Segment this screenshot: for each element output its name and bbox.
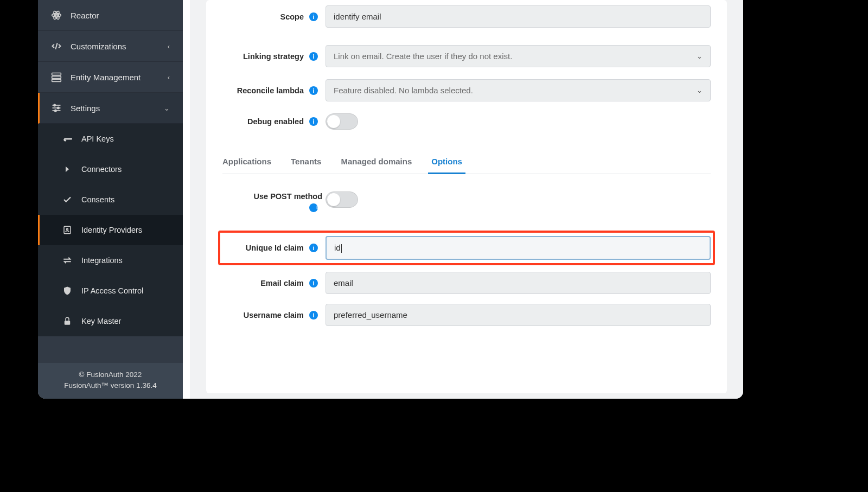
svg-point-0 [55, 14, 57, 16]
chevron-down-icon: ⌄ [697, 52, 703, 60]
reconcile-lambda-select[interactable]: Feature disabled. No lambda selected. ⌄ [326, 79, 711, 101]
svg-point-15 [67, 228, 68, 230]
lock-icon [62, 316, 73, 327]
key-icon [62, 133, 73, 144]
sidebar-subitem-integrations[interactable]: Integrations [38, 245, 183, 276]
sidebar-item-label: IP Access Control [81, 286, 170, 295]
check-icon [62, 194, 73, 205]
debug-enabled-toggle[interactable] [326, 113, 358, 130]
sidebar-item-label: Connectors [81, 165, 170, 174]
sidebar-item-label: Customizations [71, 42, 168, 51]
scope-input[interactable] [326, 5, 711, 28]
code-icon [51, 41, 62, 52]
svg-point-11 [54, 104, 55, 106]
sidebar-subitem-identity-providers[interactable]: Identity Providers [38, 215, 183, 245]
svg-point-13 [55, 110, 56, 111]
exchange-icon [62, 255, 73, 266]
sidebar-item-label: API Keys [81, 135, 170, 143]
tab-applications[interactable]: Applications [222, 151, 271, 174]
reactor-icon [51, 10, 62, 21]
info-icon[interactable]: i [309, 203, 318, 212]
sidebar-item-label: Settings [71, 104, 164, 113]
sidebar-subitem-consents[interactable]: Consents [38, 184, 183, 215]
email-claim-label: Email claim [222, 279, 307, 287]
info-icon[interactable]: i [309, 117, 318, 126]
id-card-icon [62, 225, 73, 235]
footer-version: FusionAuth™ version 1.36.4 [43, 380, 177, 391]
linking-strategy-label: Linking strategy [222, 52, 307, 61]
use-post-method-label: Use POST method [254, 192, 326, 201]
unique-id-claim-input[interactable]: id [326, 236, 711, 260]
info-icon[interactable]: i [309, 279, 318, 287]
sidebar-subitem-connectors[interactable]: Connectors [38, 154, 183, 184]
chevron-left-icon: ‹ [168, 42, 170, 50]
sidebar-item-label: Identity Providers [81, 226, 170, 234]
svg-point-12 [58, 107, 59, 108]
linking-strategy-select[interactable]: Link on email. Create the user if they d… [326, 45, 711, 67]
email-claim-input[interactable] [326, 272, 711, 294]
chevron-right-icon [62, 164, 73, 175]
sidebar-item-label: Entity Management [71, 73, 168, 82]
sidebar-item-reactor[interactable]: Reactor [38, 0, 183, 31]
svg-rect-7 [52, 79, 61, 81]
username-claim-label: Username claim [222, 311, 307, 320]
sidebar-item-settings[interactable]: Settings ⌄ [38, 93, 183, 124]
select-value: Link on email. Create the user if they d… [334, 52, 512, 61]
chevron-left-icon: ‹ [168, 73, 170, 81]
sliders-icon [51, 103, 62, 113]
shield-icon [62, 285, 73, 296]
main-content: Scope i Linking strategy i Link on email… [190, 0, 743, 399]
info-icon[interactable]: i [309, 12, 318, 21]
sidebar-item-label: Reactor [71, 11, 170, 20]
sidebar-footer: © FusionAuth 2022 FusionAuth™ version 1.… [38, 363, 183, 399]
select-value: Feature disabled. No lambda selected. [334, 86, 473, 95]
info-icon[interactable]: i [309, 311, 318, 320]
svg-rect-6 [52, 76, 61, 78]
info-icon[interactable]: i [309, 86, 318, 95]
username-claim-input[interactable] [326, 304, 711, 326]
tabs: Applications Tenants Managed domains Opt… [222, 151, 711, 174]
debug-enabled-label: Debug enabled [222, 117, 307, 126]
info-icon[interactable]: i [309, 244, 318, 252]
reconcile-lambda-label: Reconcile lambda [222, 86, 307, 95]
server-icon [51, 72, 62, 82]
scope-label: Scope [222, 12, 307, 21]
sidebar: Reactor Customizations ‹ Entity Manageme… [38, 0, 183, 399]
svg-rect-5 [52, 73, 61, 75]
sidebar-subitem-api-keys[interactable]: API Keys [38, 124, 183, 154]
sidebar-subitem-ip-access-control[interactable]: IP Access Control [38, 276, 183, 306]
chevron-down-icon: ⌄ [697, 86, 703, 94]
sidebar-item-customizations[interactable]: Customizations ‹ [38, 31, 183, 62]
sidebar-item-label: Consents [81, 195, 170, 204]
sidebar-item-entity-management[interactable]: Entity Management ‹ [38, 62, 183, 93]
sidebar-subitem-key-master[interactable]: Key Master [38, 306, 183, 336]
sidebar-item-label: Key Master [81, 317, 170, 325]
tab-managed-domains[interactable]: Managed domains [341, 151, 412, 174]
chevron-down-icon: ⌄ [164, 104, 170, 112]
footer-copyright: © FusionAuth 2022 [43, 369, 177, 380]
info-icon[interactable]: i [309, 52, 318, 61]
tab-options[interactable]: Options [431, 151, 462, 174]
svg-line-4 [55, 43, 57, 49]
use-post-method-toggle[interactable] [326, 191, 358, 208]
svg-rect-16 [65, 321, 71, 325]
sidebar-item-label: Integrations [81, 256, 170, 265]
unique-id-claim-label: Unique Id claim [222, 244, 307, 252]
tab-tenants[interactable]: Tenants [291, 151, 321, 174]
